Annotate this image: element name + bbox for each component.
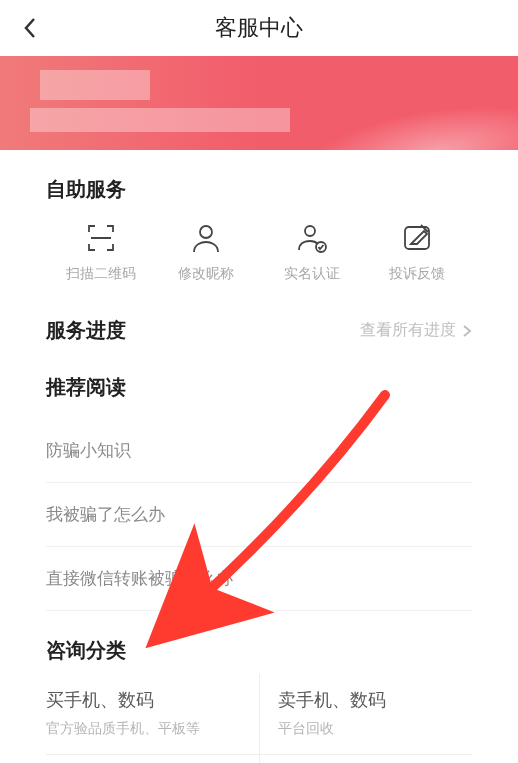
consult-personal-idle[interactable]: 个人闲置	[259, 755, 472, 763]
self-service-label: 扫描二维码	[66, 265, 136, 283]
self-service-edit-nickname[interactable]: 修改昵称	[161, 221, 251, 283]
consult-sell-phone[interactable]: 卖手机、数码 平台回收	[259, 674, 472, 754]
self-service-label: 投诉反馈	[389, 265, 445, 283]
page-title: 客服中心	[215, 13, 303, 43]
edit-nickname-icon	[189, 221, 223, 255]
self-service-row: 扫描二维码 修改昵称 实名认证 投诉反馈	[46, 221, 472, 283]
consult-grid: 买手机、数码 官方验品质手机、平板等 卖手机、数码 平台回收 游戏账号 个人闲置	[46, 674, 472, 763]
self-service-scan-qr[interactable]: 扫描二维码	[56, 221, 146, 283]
self-service-label: 实名认证	[284, 265, 340, 283]
section-title-reading: 推荐阅读	[46, 374, 472, 401]
chevron-right-icon	[462, 324, 472, 338]
feedback-icon	[400, 221, 434, 255]
self-service-section: 自助服务 扫描二维码 修改昵称 实名认证	[0, 176, 518, 763]
view-all-progress-label: 查看所有进度	[360, 320, 456, 341]
banner-blur-block	[30, 108, 290, 132]
header-bar: 客服中心	[0, 0, 518, 56]
consult-cell-sub: 平台回收	[278, 720, 472, 738]
consult-buy-phone[interactable]: 买手机、数码 官方验品质手机、平板等	[46, 674, 259, 754]
reading-item[interactable]: 我被骗了怎么办	[46, 483, 472, 547]
self-service-verify-id[interactable]: 实名认证	[267, 221, 357, 283]
reading-item[interactable]: 直接微信转账被骗怎么办	[46, 547, 472, 611]
section-title-progress: 服务进度	[46, 317, 126, 344]
consult-cell-title: 卖手机、数码	[278, 688, 472, 712]
consult-cell-sub: 官方验品质手机、平板等	[46, 720, 241, 738]
verify-id-icon	[295, 221, 329, 255]
page-root: 客服中心 自助服务 扫描二维码 修改昵称	[0, 0, 518, 763]
self-service-label: 修改昵称	[178, 265, 234, 283]
reading-list: 防骗小知识 我被骗了怎么办 直接微信转账被骗怎么办	[46, 419, 472, 611]
scan-qr-icon	[84, 221, 118, 255]
back-button[interactable]	[18, 16, 42, 40]
self-service-feedback[interactable]: 投诉反馈	[372, 221, 462, 283]
svg-point-1	[305, 226, 315, 236]
chevron-left-icon	[23, 17, 37, 39]
consult-cell-title: 买手机、数码	[46, 688, 241, 712]
section-title-self-service: 自助服务	[46, 176, 472, 203]
banner-blur-block	[40, 70, 150, 100]
view-all-progress-link[interactable]: 查看所有进度	[360, 320, 472, 341]
consult-game-account[interactable]: 游戏账号	[46, 755, 259, 763]
reading-item[interactable]: 防骗小知识	[46, 419, 472, 483]
section-title-consult: 咨询分类	[46, 637, 472, 664]
svg-point-0	[200, 226, 212, 238]
banner[interactable]	[0, 56, 518, 150]
service-progress-row: 服务进度 查看所有进度	[46, 317, 472, 344]
